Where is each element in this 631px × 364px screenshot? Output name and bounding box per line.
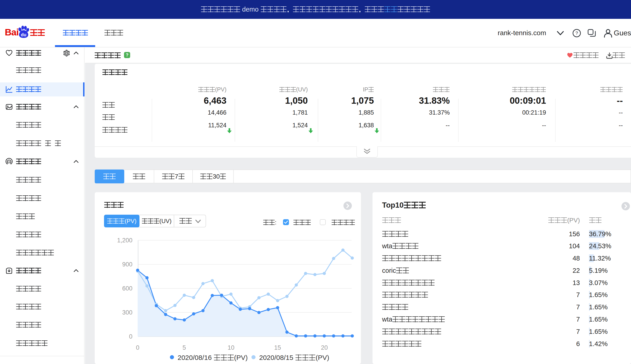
svg-text:?: ? <box>575 31 578 36</box>
svg-text:du: du <box>21 32 26 37</box>
